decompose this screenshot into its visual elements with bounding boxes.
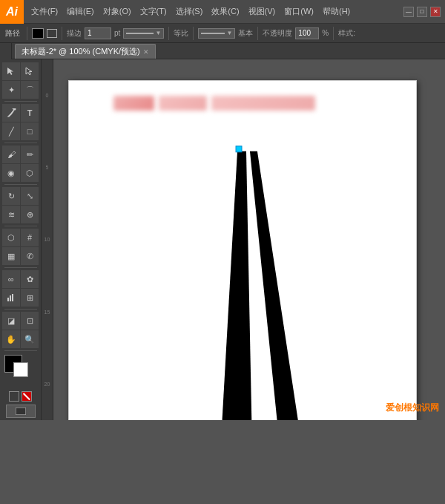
none-swatch[interactable] — [9, 391, 19, 402]
tool-row-13: ◪ ⊡ — [2, 312, 39, 330]
opacity-label: 不透明度 — [263, 28, 292, 39]
svg-rect-1 — [7, 298, 9, 301]
anchor-point — [236, 146, 242, 152]
ai-logo: Ai — [0, 0, 24, 24]
tool-row-9: ⬡ # — [2, 229, 39, 246]
menu-effect[interactable]: 效果(C) — [207, 4, 243, 19]
svg-rect-5 — [16, 408, 25, 414]
menu-object[interactable]: 对象(O) — [99, 4, 136, 19]
tool-line[interactable]: ╱ — [2, 122, 20, 140]
tool-eraser[interactable]: ⬡ — [21, 164, 39, 182]
watermark: 爱创根知识网 — [386, 402, 439, 414]
menu-type[interactable]: 文字(T) — [136, 4, 171, 19]
menu-window[interactable]: 窗口(W) — [280, 4, 318, 19]
tool-slice[interactable]: ◪ — [2, 312, 20, 330]
title-bar: Ai 文件(F) 编辑(E) 对象(O) 文字(T) 选择(S) 效果(C) 视… — [0, 0, 445, 24]
path-label: 路径 — [5, 28, 20, 39]
background-swatch[interactable] — [13, 362, 28, 377]
window-close[interactable]: ✕ — [430, 7, 441, 17]
tool-symbol-sprayer[interactable]: ✿ — [21, 270, 39, 288]
tool-row-8: ≋ ⊕ — [2, 206, 39, 223]
toolbar-sep-6 — [333, 27, 334, 40]
tool-shape-rect[interactable]: □ — [21, 122, 39, 140]
tool-artboard[interactable]: ⊞ — [21, 289, 39, 307]
window-minimize[interactable]: — — [403, 7, 414, 17]
left-triangle — [217, 151, 254, 420]
tool-blob-brush[interactable]: ◉ — [2, 164, 20, 182]
tool-pen[interactable] — [2, 104, 20, 122]
tool-magic-wand[interactable]: ✦ — [2, 81, 20, 99]
window-maximize[interactable]: □ — [417, 7, 427, 17]
tool-hand[interactable]: ✋ — [2, 330, 20, 348]
tool-lasso[interactable]: ⌒ — [21, 81, 39, 99]
menu-select[interactable]: 选择(S) — [171, 4, 208, 19]
base-label: 基本 — [238, 28, 253, 39]
opacity-unit: % — [322, 29, 329, 37]
tool-sep-4 — [4, 226, 37, 226]
tool-sep-1 — [4, 101, 37, 102]
color-swatch-group — [4, 355, 37, 387]
left-toolbar: ✦ ⌒ T ╱ □ 🖌 ✏ ◉ ⬡ — [0, 59, 42, 420]
tool-blend[interactable]: ∞ — [2, 270, 20, 288]
toolbar-sep-2 — [62, 27, 62, 40]
tool-zoom[interactable]: 🔍 — [21, 330, 39, 348]
stroke-swatch[interactable] — [32, 28, 44, 39]
tool-gradient[interactable]: ▦ — [2, 247, 20, 265]
tool-pencil[interactable]: ✏ — [21, 145, 39, 163]
toolbar-path-label: 路径 — [3, 27, 22, 39]
screen-mode-btn[interactable] — [6, 405, 36, 418]
tool-warp[interactable]: ≋ — [2, 206, 20, 223]
tool-row-3: T — [2, 104, 39, 122]
watermark-text: 爱创根知识网 — [386, 402, 439, 413]
tool-rotate[interactable]: ↻ — [2, 187, 20, 205]
tool-direct-select[interactable] — [21, 62, 39, 80]
canvas-container: 未标题-2* @ 100% (CMYK/预选) ✕ ✦ ⌒ — [0, 43, 445, 420]
doc-tabs: 未标题-2* @ 100% (CMYK/预选) ✕ — [12, 43, 445, 59]
tool-select[interactable] — [2, 62, 20, 80]
tool-row-14: ✋ 🔍 — [2, 330, 39, 348]
menu-view[interactable]: 视图(V) — [244, 4, 280, 19]
tool-type[interactable]: T — [21, 104, 39, 122]
drawing-svg — [69, 81, 416, 420]
toolbar-sep-1 — [27, 27, 27, 40]
tool-sep-6 — [4, 309, 37, 310]
red-swatch[interactable] — [22, 391, 32, 402]
tool-row-10: ▦ ✆ — [2, 247, 39, 265]
menu-edit[interactable]: 编辑(E) — [62, 4, 99, 19]
content-row: ✦ ⌒ T ╱ □ 🖌 ✏ ◉ ⬡ — [0, 59, 445, 420]
tool-perspective[interactable]: ⬡ — [2, 229, 20, 246]
document-canvas[interactable] — [68, 80, 417, 420]
svg-rect-3 — [12, 294, 13, 301]
opacity-input[interactable] — [295, 27, 319, 39]
toolbar-sep-4 — [193, 27, 194, 40]
tool-row-4: ╱ □ — [2, 122, 39, 140]
tool-scale[interactable]: ⤡ — [21, 187, 39, 205]
style-label: 样式: — [338, 28, 355, 39]
tool-row-2: ✦ ⌒ — [2, 81, 39, 99]
tool-column-graph[interactable] — [2, 289, 20, 307]
tool-paintbrush[interactable]: 🖌 — [2, 145, 20, 163]
tool-mesh[interactable]: # — [21, 229, 39, 246]
doc-tab-active[interactable]: 未标题-2* @ 100% (CMYK/预选) ✕ — [15, 44, 156, 59]
right-triangle — [250, 151, 313, 420]
ruler-corner — [0, 43, 12, 59]
tool-eyedropper[interactable]: ✆ — [21, 247, 39, 265]
tool-row-12: ⊞ — [2, 289, 39, 307]
base-line-selector[interactable]: ▼ — [198, 28, 235, 39]
dash-line-selector[interactable]: ▼ — [123, 28, 164, 39]
tool-row-1 — [2, 62, 39, 80]
tool-shape-builder[interactable]: ⊕ — [21, 206, 39, 223]
menu-bar: 文件(F) 编辑(E) 对象(O) 文字(T) 选择(S) 效果(C) 视图(V… — [24, 0, 357, 23]
tool-row-11: ∞ ✿ — [2, 270, 39, 288]
doc-tab-close[interactable]: ✕ — [143, 48, 149, 56]
tool-sep-3 — [4, 184, 37, 185]
tool-placeholder[interactable]: ⊡ — [21, 312, 39, 330]
stroke-input[interactable] — [85, 27, 111, 39]
tool-row-6: ◉ ⬡ — [2, 164, 39, 182]
tool-sep-2 — [4, 143, 37, 143]
menu-file[interactable]: 文件(F) — [27, 4, 62, 19]
canvas-scroll[interactable]: 爱创根知识网 — [53, 59, 445, 420]
toolbar-sep-5 — [257, 27, 258, 40]
stroke-shape — [47, 29, 57, 38]
menu-help[interactable]: 帮助(H) — [318, 4, 355, 19]
